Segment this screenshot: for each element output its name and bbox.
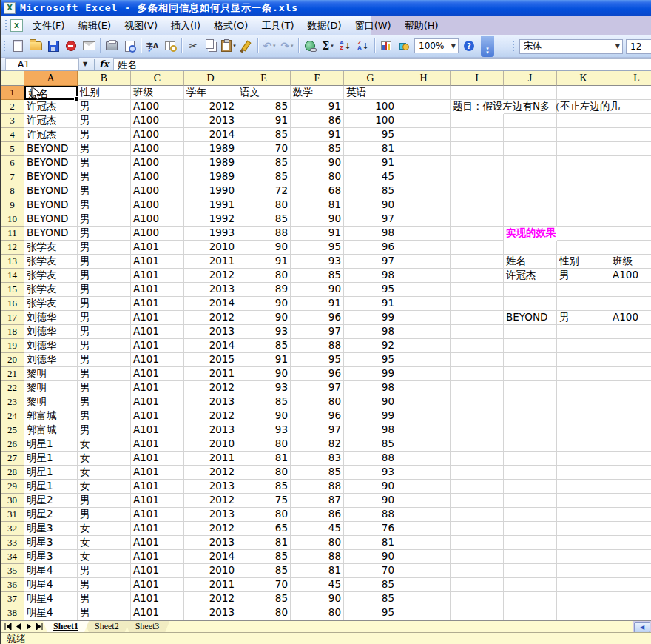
cell-K35[interactable] [557,564,610,578]
name-box-dropdown-icon[interactable]: ▼ [79,58,91,70]
cell-G35[interactable]: 70 [344,564,397,578]
cell-F29[interactable]: 88 [291,480,344,494]
row-header-29[interactable]: 29 [1,480,24,494]
cell-H15[interactable] [397,283,451,297]
cell-G22[interactable]: 98 [344,381,397,395]
cell-D29[interactable]: 2013 [184,480,237,494]
cell-L8[interactable] [610,184,651,198]
save-icon[interactable] [44,37,62,55]
row-header-18[interactable]: 18 [1,325,24,339]
cell-K36[interactable] [557,578,610,592]
cell-G1[interactable]: 英语 [344,86,397,100]
row-header-19[interactable]: 19 [1,339,24,353]
cell-I23[interactable] [451,395,504,409]
cell-A10[interactable]: BEYOND [24,212,78,227]
cell-K19[interactable] [557,339,610,353]
cell-J31[interactable] [504,508,557,522]
zoom-combobox[interactable]: 100%▼ [414,38,459,53]
cell-L16[interactable] [610,297,651,311]
cell-A8[interactable]: BEYOND [24,184,78,198]
cell-G20[interactable]: 95 [344,353,397,367]
cell-F16[interactable]: 91 [291,297,344,311]
column-header-H[interactable]: H [397,71,451,86]
cell-K6[interactable] [557,156,610,170]
cell-B36[interactable]: 男 [78,578,131,592]
cell-I30[interactable] [451,494,504,508]
cell-D30[interactable]: 2012 [184,494,237,508]
cell-J21[interactable] [504,367,557,381]
cell-D22[interactable]: 2012 [184,381,237,395]
cell-C30[interactable]: A101 [131,494,184,508]
cell-B26[interactable]: 女 [78,437,131,452]
row-header-30[interactable]: 30 [1,494,24,508]
cell-D5[interactable]: 1989 [184,142,237,156]
cell-E10[interactable]: 85 [237,212,291,227]
cell-E23[interactable]: 85 [237,395,291,409]
cell-J38[interactable] [504,606,557,620]
cell-I28[interactable] [451,466,504,480]
cell-D4[interactable]: 2014 [184,128,237,142]
cell-F9[interactable]: 81 [291,198,344,212]
cell-L34[interactable] [610,550,651,564]
cell-A4[interactable]: 许冠杰 [24,128,78,142]
row-header-24[interactable]: 24 [1,409,24,423]
cell-C14[interactable]: A101 [131,269,184,283]
cell-B37[interactable]: 男 [78,592,131,606]
cell-D1[interactable]: 学年 [184,86,237,100]
cell-L30[interactable] [610,494,651,508]
cell-E19[interactable]: 85 [237,339,291,353]
cell-L3[interactable] [610,114,651,128]
cell-I8[interactable] [451,184,504,198]
first-sheet-icon[interactable] [4,623,13,631]
cell-D19[interactable]: 2014 [184,339,237,353]
cell-L35[interactable] [610,564,651,578]
menu-item[interactable]: 格式(O) [207,17,254,35]
row-header-22[interactable]: 22 [1,381,24,395]
cell-G7[interactable]: 45 [344,170,397,184]
cell-L37[interactable] [610,592,651,606]
cell-F19[interactable]: 88 [291,339,344,353]
cell-J5[interactable] [504,142,557,156]
cell-A11[interactable]: BEYOND [24,227,78,241]
cell-B32[interactable]: 女 [78,522,131,536]
cell-D34[interactable]: 2014 [184,550,237,564]
cell-F38[interactable]: 80 [291,606,344,620]
cell-I16[interactable] [451,297,504,311]
cell-I18[interactable] [451,325,504,339]
cell-L22[interactable] [610,381,651,395]
cell-L28[interactable] [610,466,651,480]
cell-E14[interactable]: 80 [237,269,291,283]
cell-A14[interactable]: 张学友 [24,269,78,283]
sheet-tab-sheet1[interactable]: Sheet1 [43,621,89,632]
cell-E17[interactable]: 90 [237,311,291,325]
cell-G10[interactable]: 97 [344,212,397,227]
cell-H9[interactable] [397,198,451,212]
cell-H12[interactable] [397,241,451,255]
cell-F32[interactable]: 45 [291,522,344,536]
insert-hyperlink-icon[interactable] [301,37,319,55]
cell-B2[interactable]: 男 [78,100,131,114]
cell-H36[interactable] [397,578,451,592]
column-header-G[interactable]: G [344,71,397,86]
cell-L4[interactable] [610,128,651,142]
cell-K25[interactable] [557,423,610,437]
cell-C20[interactable]: A101 [131,353,184,367]
cell-K13[interactable]: 性别 [557,255,610,269]
cell-E34[interactable]: 85 [237,550,291,564]
cell-B14[interactable]: 男 [78,269,131,283]
previous-sheet-icon[interactable] [14,623,23,631]
cell-C15[interactable]: A101 [131,283,184,297]
cell-B10[interactable]: 男 [78,212,131,227]
cell-A19[interactable]: 刘德华 [24,339,78,353]
column-header-C[interactable]: C [131,71,184,86]
cell-K15[interactable] [557,283,610,297]
cell-A5[interactable]: BEYOND [24,142,78,156]
cell-D38[interactable]: 2013 [184,606,237,620]
row-header-15[interactable]: 15 [1,283,24,297]
cell-C21[interactable]: A101 [131,367,184,381]
row-header-8[interactable]: 8 [1,184,24,198]
cell-A7[interactable]: BEYOND [24,170,78,184]
cell-K24[interactable] [557,409,610,423]
cell-L7[interactable] [610,170,651,184]
cell-E31[interactable]: 80 [237,508,291,522]
